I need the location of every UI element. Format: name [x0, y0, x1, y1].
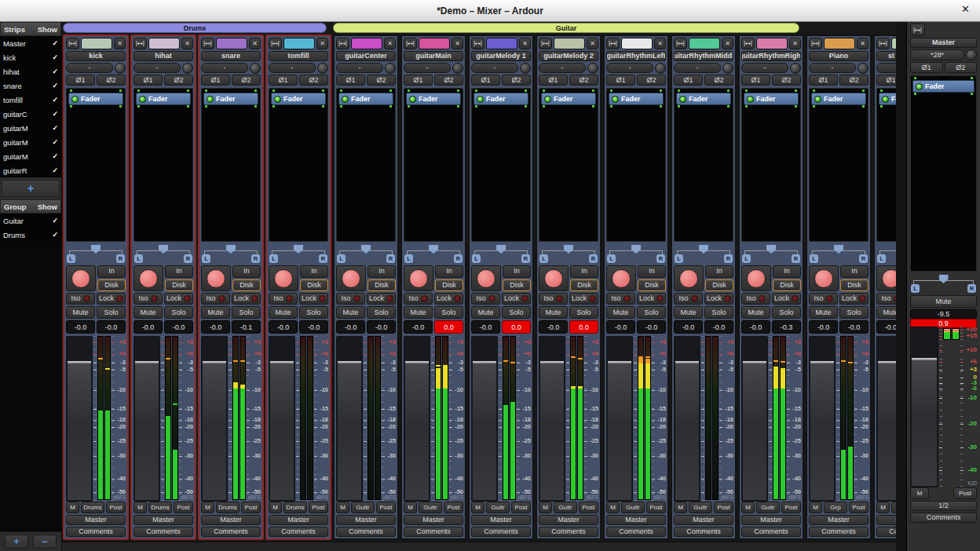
- solo-lock-button[interactable]: Lock: [772, 293, 801, 305]
- solo-isolate-button[interactable]: Iso: [539, 293, 568, 305]
- post-fader-button[interactable]: Post: [714, 502, 733, 513]
- fader-active-led[interactable]: [882, 96, 889, 103]
- fader-processor-entry[interactable]: Fader: [271, 93, 326, 105]
- track-name-button[interactable]: tomfill: [269, 51, 328, 61]
- fader-processor-entry[interactable]: Fader: [136, 93, 191, 105]
- solo-isolate-button[interactable]: Iso: [876, 293, 896, 305]
- solo-lock-button[interactable]: Lock: [839, 293, 868, 305]
- phase-invert-2-button[interactable]: Ø2: [232, 75, 261, 86]
- track-name-button[interactable]: Piano: [809, 51, 868, 61]
- mute-button[interactable]: Mute: [336, 306, 365, 319]
- post-fader-button[interactable]: Post: [953, 487, 977, 499]
- processor-box[interactable]: Fader: [809, 88, 868, 242]
- master-route-button[interactable]: M: [876, 502, 890, 513]
- output-routing-button[interactable]: -: [66, 63, 113, 73]
- gain-display-left[interactable]: -0.0: [674, 320, 703, 334]
- hide-strip-button[interactable]: ✕: [789, 38, 801, 49]
- master-route-button[interactable]: M: [674, 502, 687, 513]
- output-routing-button[interactable]: -: [539, 63, 586, 73]
- trim-knob[interactable]: [587, 63, 598, 74]
- track-color-swatch[interactable]: [891, 38, 896, 49]
- strips-scroller[interactable]: DrumsGuitar ✕ kick - Ø1 Ø2 Fader: [62, 22, 896, 542]
- fader-active-led[interactable]: [274, 96, 281, 103]
- solo-isolate-button[interactable]: Iso: [66, 293, 95, 305]
- hide-strip-button[interactable]: ✕: [316, 38, 328, 49]
- gain-display-right[interactable]: -0.0: [637, 320, 666, 334]
- strip-width-toggle-button[interactable]: [404, 38, 417, 49]
- solo-isolate-button[interactable]: Iso: [201, 293, 230, 305]
- record-enable-button[interactable]: [66, 265, 96, 291]
- pan-control[interactable]: L R: [471, 243, 531, 264]
- phase-invert-2-button[interactable]: Ø2: [367, 75, 396, 86]
- strip-width-toggle-button[interactable]: [606, 38, 620, 49]
- processor-box[interactable]: Fader: [336, 88, 396, 242]
- track-color-swatch[interactable]: [824, 38, 855, 49]
- pan-control[interactable]: L R: [336, 243, 396, 264]
- solo-lock-button[interactable]: Lock: [704, 293, 733, 305]
- output-routing-button[interactable]: -: [471, 63, 518, 73]
- strips-list-row[interactable]: kick✓: [0, 50, 61, 64]
- track-color-swatch[interactable]: [81, 38, 112, 49]
- hide-strip-button[interactable]: ✕: [587, 38, 598, 49]
- monitor-disk-button[interactable]: Disk: [638, 279, 666, 292]
- hide-strip-button[interactable]: ✕: [857, 38, 868, 49]
- fader-processor-entry[interactable]: Fader: [68, 93, 123, 105]
- pan-left-badge[interactable]: L: [675, 254, 683, 263]
- comments-button[interactable]: Comments: [404, 527, 463, 537]
- monitor-disk-button[interactable]: Disk: [435, 279, 463, 292]
- track-color-swatch[interactable]: [554, 38, 585, 49]
- hide-strip-button[interactable]: ✕: [114, 38, 126, 49]
- gain-display-left[interactable]: -0.0: [741, 320, 770, 334]
- phase-invert-1-button[interactable]: Ø1: [606, 75, 635, 86]
- track-color-swatch[interactable]: [283, 38, 315, 49]
- gain-display-right[interactable]: 0.0: [502, 320, 531, 334]
- phase-invert-2-button[interactable]: Ø2: [637, 75, 666, 86]
- hide-strip-button[interactable]: ✕: [452, 38, 463, 49]
- output-master-button[interactable]: Master: [741, 515, 801, 525]
- comments-button[interactable]: Comments: [910, 513, 977, 523]
- fader-active-led[interactable]: [409, 96, 416, 103]
- gain-display-left[interactable]: -0.0: [201, 320, 230, 334]
- monitor-input-button[interactable]: In: [503, 265, 531, 278]
- record-enable-button[interactable]: [876, 265, 896, 291]
- monitor-disk-button[interactable]: Disk: [97, 279, 126, 292]
- output-routing-button[interactable]: -: [269, 63, 316, 73]
- gain-display-right[interactable]: 0.0: [569, 320, 598, 334]
- fader-active-led[interactable]: [139, 96, 146, 103]
- hide-strip-button[interactable]: ✕: [722, 38, 733, 49]
- strip-width-toggle-button[interactable]: [674, 38, 687, 49]
- gain-display-left[interactable]: -0.0: [606, 320, 635, 334]
- record-enable-button[interactable]: [809, 265, 839, 291]
- solo-button[interactable]: Solo: [839, 306, 868, 319]
- pan-right-badge[interactable]: R: [454, 254, 463, 263]
- gain-display-left[interactable]: -0.0: [66, 320, 95, 334]
- solo-lock-button[interactable]: Lock: [164, 293, 193, 305]
- mute-button[interactable]: Mute: [674, 306, 703, 319]
- trim-knob[interactable]: [520, 63, 531, 74]
- phase-invert-1-button[interactable]: Ø1: [910, 62, 943, 73]
- phase-invert-2-button[interactable]: Ø2: [569, 75, 598, 86]
- strip-show-checkbox[interactable]: ✓: [52, 166, 58, 174]
- pan-control[interactable]: L R: [66, 243, 126, 264]
- strip-width-toggle-button[interactable]: [269, 38, 282, 49]
- fader-handle[interactable]: [68, 361, 91, 363]
- fader-processor-entry[interactable]: Fader: [676, 93, 731, 105]
- gain-display-left[interactable]: -0.0: [471, 320, 500, 334]
- group-route-button[interactable]: Guitr: [486, 502, 510, 513]
- master-route-button[interactable]: M: [133, 502, 147, 513]
- track-color-swatch[interactable]: [689, 38, 720, 49]
- phase-invert-1-button[interactable]: Ø1: [809, 75, 838, 86]
- gain-fader[interactable]: [336, 336, 363, 502]
- track-name-button[interactable]: Master: [910, 38, 977, 48]
- hide-strip-button[interactable]: ✕: [181, 38, 193, 49]
- track-color-swatch[interactable]: [756, 38, 788, 49]
- post-fader-button[interactable]: Post: [309, 502, 328, 513]
- hide-strip-button[interactable]: ✕: [384, 38, 396, 49]
- output-master-button[interactable]: Master: [539, 515, 598, 525]
- strip-width-toggle-button[interactable]: [471, 38, 485, 49]
- phase-invert-1-button[interactable]: Ø1: [336, 75, 365, 86]
- fader-handle[interactable]: [135, 361, 159, 363]
- group-route-button[interactable]: Drums: [216, 502, 240, 513]
- output-master-button[interactable]: Master: [133, 515, 193, 525]
- gain-display-right[interactable]: -0.0: [839, 320, 868, 334]
